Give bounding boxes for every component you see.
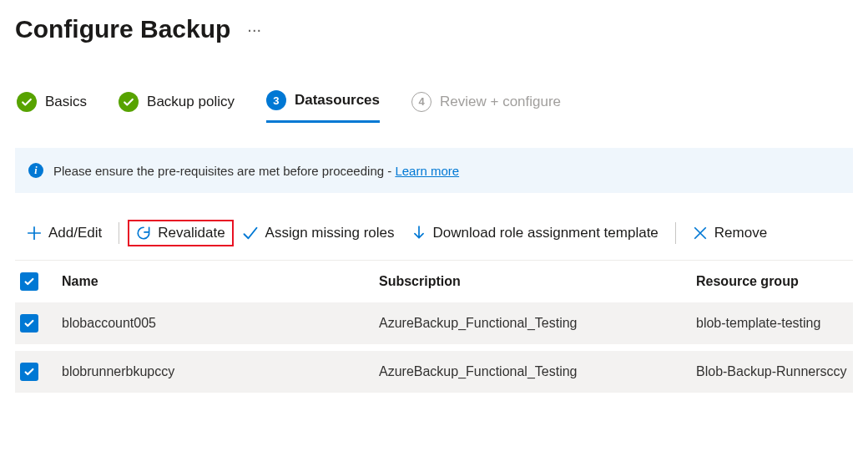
x-icon: [693, 226, 708, 241]
datasource-table: Name Subscription Resource group blobacc…: [15, 260, 853, 399]
refresh-icon: [136, 226, 151, 241]
download-icon: [411, 226, 426, 241]
col-resource-group: Resource group: [696, 274, 848, 289]
col-subscription: Subscription: [379, 274, 696, 289]
remove-button[interactable]: Remove: [684, 220, 775, 246]
revalidate-button[interactable]: Revalidate: [128, 220, 233, 246]
select-all-checkbox[interactable]: [20, 272, 38, 291]
table-row[interactable]: blobrunnerbkupccy AzureBackup_Functional…: [15, 351, 853, 399]
checkmark-icon: [242, 225, 259, 241]
learn-more-link[interactable]: Learn more: [395, 164, 459, 178]
step-number-icon: 3: [266, 90, 286, 110]
toolbar: Add/Edit Revalidate Assign missing roles…: [15, 220, 853, 253]
step-basics[interactable]: Basics: [17, 90, 87, 122]
button-label: Assign missing roles: [265, 225, 395, 241]
download-template-button[interactable]: Download role assignment template: [403, 220, 667, 246]
step-number-icon: 4: [411, 92, 431, 112]
button-label: Download role assignment template: [433, 225, 659, 241]
cell-resource-group: blob-template-testing: [696, 316, 848, 331]
step-datasources[interactable]: 3 Datasources: [266, 89, 380, 123]
page-title: Configure Backup: [15, 15, 230, 43]
separator: [675, 222, 676, 244]
info-banner: i Please ensure the pre-requisites are m…: [15, 148, 853, 193]
button-label: Add/Edit: [48, 225, 102, 241]
row-checkbox[interactable]: [20, 314, 38, 333]
cell-subscription: AzureBackup_Functional_Testing: [379, 364, 696, 379]
step-label: Basics: [45, 94, 87, 110]
checkmark-icon: [17, 92, 37, 112]
step-label: Backup policy: [147, 94, 235, 110]
step-tabs: Basics Backup policy 3 Datasources 4 Rev…: [15, 89, 853, 129]
info-icon: i: [28, 163, 43, 178]
info-text: Please ensure the pre-requisites are met…: [53, 164, 459, 178]
col-name: Name: [62, 274, 379, 289]
step-label: Datasources: [295, 92, 380, 109]
step-label: Review + configure: [440, 94, 561, 110]
step-review-configure[interactable]: 4 Review + configure: [411, 90, 561, 122]
row-checkbox[interactable]: [20, 363, 38, 381]
table-header: Name Subscription Resource group: [15, 261, 853, 302]
add-edit-button[interactable]: Add/Edit: [18, 220, 110, 246]
step-backup-policy[interactable]: Backup policy: [119, 90, 235, 122]
cell-name: blobaccount005: [62, 316, 379, 331]
checkmark-icon: [119, 92, 139, 112]
assign-roles-button[interactable]: Assign missing roles: [234, 220, 403, 246]
cell-name: blobrunnerbkupccy: [62, 364, 379, 379]
button-label: Remove: [714, 225, 767, 241]
button-label: Revalidate: [158, 225, 225, 241]
ellipsis-icon[interactable]: ···: [247, 20, 261, 39]
separator: [119, 222, 119, 244]
plus-icon: [27, 226, 42, 241]
cell-resource-group: Blob-Backup-Runnersccy: [696, 364, 848, 379]
table-row[interactable]: blobaccount005 AzureBackup_Functional_Te…: [15, 302, 853, 351]
cell-subscription: AzureBackup_Functional_Testing: [379, 316, 696, 331]
